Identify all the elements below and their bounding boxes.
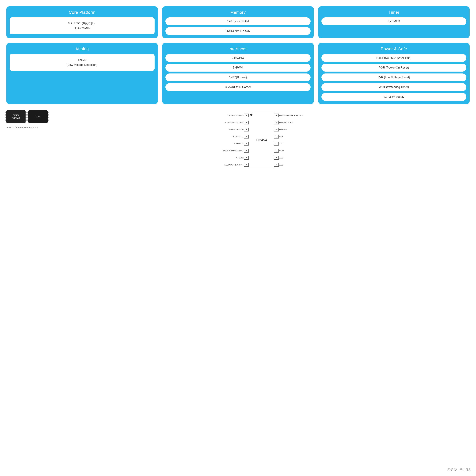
pin-box-left-6: 6 — [244, 149, 249, 153]
pin-label-right-13: VSS — [279, 135, 283, 138]
pin1-dot-marker — [250, 114, 253, 116]
power-pill-1: POR (Power-On Reset) — [322, 64, 466, 71]
pin-label-left-8: PA1/PWM5/EX_CKH — [224, 164, 243, 166]
pin-box-right-13: 13 — [274, 135, 279, 139]
pin-label-left-7: PA7/Xout — [235, 157, 243, 159]
chip-image-2: IC chip — [28, 110, 48, 123]
feature-grid-row2: Analog 1×LVD (Low Voltage Detection) Int… — [6, 43, 470, 104]
pin-row-left-3: PB0/PWM5/INT0 3 — [228, 126, 249, 133]
core-platform-content: 8bit RISC（8级堆栈） Up to 20MHz — [10, 18, 154, 34]
chip-label-2: IC chip — [35, 116, 40, 118]
power-pill-2: LVR (Low Voltage Reset) — [322, 73, 466, 81]
pin-box-right-9: 9 — [274, 163, 279, 167]
analog-content: 1×LVD (Low Voltage Detection) — [10, 54, 154, 71]
analog-card: Analog 1×LVD (Low Voltage Detection) — [6, 43, 158, 104]
pin-row-right-13: 13 VSS — [274, 133, 283, 140]
watermark: 知乎 @一朵小花儿 — [447, 467, 471, 471]
pin-label-right-9: XC1 — [279, 164, 283, 166]
analog-line-2: (Low Voltage Detection) — [12, 62, 152, 67]
interfaces-pill-2: 1×BZ(Buzzer) — [165, 73, 310, 81]
pin-box-left-7: 7 — [244, 156, 249, 159]
pin-column-right: 16 PA4/PWM1/EX_CKI0/SCK 15 PA5/RSTb/Vpp … — [274, 112, 304, 168]
pin-label-left-3: PB0/PWM5/INT0 — [228, 128, 243, 131]
pin-row-right-10: 10 XC2 — [274, 154, 283, 161]
pin-box-left-2: 2 — [244, 121, 249, 124]
pin-label-right-14: PA6/Xin — [279, 128, 287, 131]
pin-row-right-12: 12 ANT — [274, 140, 283, 147]
pin-box-left-3: 3 — [244, 128, 249, 131]
pin-row-left-7: PA7/Xout 7 — [235, 154, 249, 161]
pin-label-left-5: PB2/PWM2 — [233, 142, 243, 145]
core-platform-card: Core Platform 8bit RISC（8级堆栈） Up to 20MH… — [6, 6, 158, 38]
analog-title: Analog — [10, 47, 154, 52]
power-safe-card: Power & Safe Halt Power 5uA (WDT Run) PO… — [318, 43, 470, 104]
pin-row-left-8: PA1/PWM5/EX_CKH 8 — [224, 161, 249, 168]
pin-row-left-5: PB2/PWM2 5 — [233, 140, 249, 147]
pin-label-left-6: PB3/PWM1/BZ1/SDO — [223, 150, 243, 152]
pin-box-right-10: 10 — [274, 156, 279, 159]
pin-label-left-4: PB1/IR/INT1 — [232, 135, 243, 138]
interfaces-pill-0: 11×GPIO — [165, 54, 310, 62]
pin-box-right-12: 12 — [274, 142, 279, 145]
timer-title: Timer — [322, 10, 466, 15]
chip-visual-row: Ci2454 731AW31 IC chip — [6, 110, 48, 123]
ic-name-label: Ci2454 — [256, 138, 267, 142]
pin-box-right-14: 14 — [274, 128, 279, 131]
pin-column-left: PA3/PWM3/SDO 1 PA2/PWM4/INT1/SDI 2 PB0/P… — [223, 112, 248, 168]
interfaces-title: Interfaces — [165, 47, 310, 52]
timer-pill-0: 3×TIMER — [322, 18, 466, 25]
core-platform-title: Core Platform — [10, 10, 154, 15]
core-line-1: 8bit RISC（8级堆栈） — [12, 21, 152, 26]
pin-row-left-6: PB3/PWM1/BZ1/SDO 6 — [223, 147, 248, 154]
feature-grid: Core Platform 8bit RISC（8级堆栈） Up to 20MH… — [6, 6, 470, 38]
memory-card: Memory 128 bytes SRAM 2K×14 bits EPROM — [162, 6, 314, 38]
pin-row-right-16: 16 PA4/PWM1/EX_CKI0/SCK — [274, 112, 304, 119]
memory-title: Memory — [165, 10, 310, 15]
pin-row-right-15: 15 PA5/RSTb/Vpp — [274, 119, 293, 126]
pin-box-right-15: 15 — [274, 121, 279, 124]
pin-row-left-2: PA2/PWM4/INT1/SDI 2 — [224, 119, 249, 126]
power-pill-3: WDT (Watchdog Timer) — [322, 83, 466, 91]
pin-label-right-12: ANT — [279, 142, 283, 145]
pin-row-left-1: PA3/PWM3/SDO 1 — [228, 112, 249, 119]
pin-box-left-4: 4 — [244, 135, 249, 139]
memory-pill-1: 2K×14 bits EPROM — [165, 27, 310, 35]
core-line-2: Up to 20MHz — [12, 26, 152, 31]
ic-body: Ci2454 — [249, 112, 274, 168]
pin-box-left-1: 1 — [244, 114, 249, 117]
pin-label-left-1: PA3/PWM3/SDO — [228, 114, 243, 117]
pin-label-left-2: PA2/PWM4/INT1/SDI — [224, 121, 243, 124]
chip-spec: SOP16 / 9.9mm*6mm*1.5mm — [6, 126, 38, 129]
interfaces-pill-3: 38/57KHz IR Carrier — [165, 83, 310, 91]
pin-row-right-9: 9 XC1 — [274, 161, 283, 168]
pin-label-right-11: VDD — [279, 150, 284, 152]
chip-label-1: Ci2454 731AW31 — [12, 114, 20, 120]
pin-box-left-8: 8 — [244, 163, 249, 167]
memory-pill-0: 128 bytes SRAM — [165, 18, 310, 25]
chip-image-1: Ci2454 731AW31 — [6, 110, 26, 123]
timer-card: Timer 3×TIMER — [318, 6, 470, 38]
pin-row-left-4: PB1/IR/INT1 4 — [232, 133, 249, 140]
power-pill-0: Halt Power 5uA (WDT Run) — [322, 54, 466, 62]
pin-label-right-15: PA5/RSTb/Vpp — [279, 121, 293, 124]
bottom-section: Ci2454 731AW31 IC chip SOP16 / 9.9mm*6mm… — [6, 110, 470, 168]
pin-box-right-11: 11 — [274, 149, 279, 153]
pin-row-right-14: 14 PA6/Xin — [274, 126, 287, 133]
pin-box-left-5: 5 — [244, 142, 249, 145]
interfaces-card: Interfaces 11×GPIO 5×PWM 1×BZ(Buzzer) 38… — [162, 43, 314, 104]
pinout-table: PA3/PWM3/SDO 1 PA2/PWM4/INT1/SDI 2 PB0/P… — [223, 112, 304, 168]
chip-images-section: Ci2454 731AW31 IC chip SOP16 / 9.9mm*6mm… — [6, 110, 51, 129]
interfaces-pill-1: 5×PWM — [165, 64, 310, 71]
pin-label-right-10: XC2 — [279, 157, 283, 159]
pinout-container: PA3/PWM3/SDO 1 PA2/PWM4/INT1/SDI 2 PB0/P… — [57, 110, 470, 168]
pin-box-right-16: 16 — [274, 114, 279, 117]
power-pill-4: 2.1~3.6V supply — [322, 93, 466, 101]
power-safe-title: Power & Safe — [322, 47, 466, 52]
pin-row-right-11: 11 VDD — [274, 147, 284, 154]
analog-line-1: 1×LVD — [12, 57, 152, 62]
pin-label-right-16: PA4/PWM1/EX_CKI0/SCK — [279, 114, 304, 117]
